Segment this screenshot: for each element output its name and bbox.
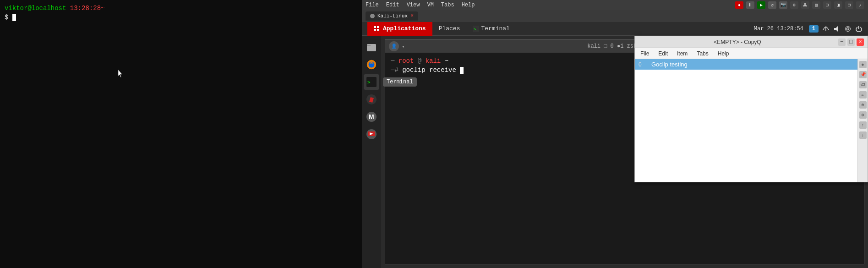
svg-text:>_: >_ — [367, 79, 374, 85]
sidebar-mail[interactable]: M — [364, 109, 379, 125]
vm-icon-3[interactable]: 🖧 — [801, 1, 809, 9]
applications-menu[interactable]: Applications — [367, 22, 432, 36]
kali-top-right: Mar 26 13:28:54 1 — [754, 25, 863, 33]
notification-badge[interactable]: 1 — [809, 25, 819, 33]
copyq-side-icon-6[interactable]: ⊗ — [859, 111, 867, 119]
terminal-command: goclip receive — [402, 66, 456, 74]
presentation-icon — [366, 129, 377, 140]
copyq-sidebar: ◈ 📌 🏷 ✏ ⊕ ⊗ ↑ ↓ — [857, 59, 868, 182]
editor-icon — [366, 94, 377, 105]
svg-marker-6 — [834, 26, 838, 32]
copyq-side-icon-4[interactable]: ✏ — [859, 91, 867, 98]
kali-datetime: Mar 26 13:28:54 — [754, 26, 803, 32]
filemanager-icon — [366, 42, 377, 53]
kali-tab[interactable]: Kali-Linux × — [366, 11, 418, 21]
sidebar-firefox[interactable] — [364, 57, 379, 72]
copyq-side-icon-8[interactable]: ↓ — [859, 131, 867, 139]
vm-icon-5[interactable]: ⊡ — [823, 1, 831, 9]
kali-tab-label: Kali-Linux — [377, 13, 408, 19]
places-label: Places — [439, 25, 460, 32]
kali-topmenu: Applications Places >_ Terminal Mar 26 1… — [362, 22, 868, 36]
sidebar-filemanager[interactable] — [364, 39, 379, 55]
power-icon — [855, 25, 863, 33]
apps-grid-icon — [374, 26, 380, 32]
copyq-side-icon-7[interactable]: ↑ — [859, 121, 867, 129]
vm-snap-btn[interactable]: 📷 — [779, 1, 787, 9]
terminal-sidebar-icon: >_ — [366, 77, 377, 88]
copyq-menu-file[interactable]: File — [639, 50, 651, 57]
kali-sidebar: >_ Terminal M — [362, 36, 381, 268]
vm-menu-tabs[interactable]: Tabs — [441, 2, 454, 8]
copyq-minimize-btn[interactable]: − — [838, 38, 846, 46]
vm-menu-vm[interactable]: VM — [427, 2, 433, 8]
vm-toolbar-icons: ● ⏸ ▶ ↺ 📷 ⚙ 🖧 ▤ ⊡ ◨ ⊞ ↗ — [735, 1, 864, 9]
prompt-hash: ─# — [391, 66, 399, 74]
sidebar-editor[interactable] — [364, 92, 379, 107]
copyq-side-icon-5[interactable]: ⊕ — [859, 101, 867, 109]
terminal-avatar: 👤 — [389, 41, 399, 51]
left-term-prompt: $ — [5, 14, 12, 21]
svg-point-7 — [847, 27, 849, 30]
copyq-window: <EMPTY> - CopyQ − □ × File Edit Item Tab… — [634, 36, 868, 182]
vm-menu-view[interactable]: View — [407, 2, 420, 8]
prompt-deco-left: ─ — [391, 57, 394, 65]
copyq-content: 0 Goclip testing ◈ 📌 🏷 ✏ ⊕ ⊗ ↑ ↓ — [635, 59, 868, 182]
vm-icon-6[interactable]: ◨ — [834, 1, 842, 9]
terminal-dropdown[interactable]: ▾ — [402, 44, 405, 49]
sidebar-presentation[interactable] — [364, 126, 379, 142]
vm-refresh-btn[interactable]: ↺ — [768, 1, 776, 9]
copyq-list-item[interactable]: 0 Goclip testing — [635, 59, 857, 70]
copyq-menu-tabs[interactable]: Tabs — [695, 50, 710, 57]
vm-icon-4[interactable]: ▤ — [812, 1, 820, 9]
vm-menu-edit[interactable]: Edit — [386, 2, 399, 8]
settings-icon — [844, 25, 852, 33]
kali-desktop: Kali-Linux × Applications Places — [362, 10, 868, 268]
firefox-icon — [366, 59, 377, 70]
kali-tabbar: Kali-Linux × — [362, 10, 868, 22]
kali-tab-close[interactable]: × — [410, 13, 414, 19]
svg-rect-10 — [367, 45, 371, 46]
copyq-menubar: File Edit Item Tabs Help — [635, 48, 868, 59]
svg-rect-0 — [374, 26, 376, 28]
vm-menu-help[interactable]: Help — [462, 2, 475, 8]
places-menu[interactable]: Places — [432, 22, 467, 36]
vm-pause-btn[interactable]: ⏸ — [746, 1, 754, 9]
vm-icon-8[interactable]: ↗ — [856, 1, 864, 9]
left-terminal: viktor@localhost 13:28:28~ $ — [0, 0, 362, 268]
desktop-area: >_ Terminal M — [362, 36, 868, 268]
vm-icon-2[interactable]: ⚙ — [790, 1, 798, 9]
prompt-host: kali — [426, 57, 441, 65]
terminal-menu-label: Terminal — [481, 25, 509, 32]
svg-rect-2 — [374, 29, 376, 31]
network-icon — [822, 25, 830, 33]
terminal-tooltip: Terminal — [383, 77, 417, 87]
copyq-menu-item[interactable]: Item — [675, 50, 689, 57]
copyq-side-icon-1[interactable]: ◈ — [859, 61, 867, 68]
prompt-at: @ — [418, 57, 421, 65]
vm-menu-file[interactable]: File — [366, 2, 379, 8]
svg-rect-1 — [377, 26, 379, 28]
left-term-userhost: viktor@localhost — [5, 5, 66, 12]
prompt-user: root — [399, 57, 414, 65]
vm-icon-7[interactable]: ⊞ — [845, 1, 853, 9]
copyq-close-btn[interactable]: × — [857, 38, 864, 46]
svg-text:M: M — [369, 113, 374, 120]
copyq-menu-edit[interactable]: Edit — [656, 50, 670, 57]
terminal-menu[interactable]: >_ Terminal — [466, 22, 516, 36]
copyq-menu-help[interactable]: Help — [716, 50, 731, 57]
prompt-tilde: ~ — [445, 57, 448, 65]
terminal-cursor — [460, 67, 464, 74]
svg-text:>_: >_ — [474, 27, 479, 32]
copyq-list: 0 Goclip testing — [635, 59, 857, 182]
applications-label: Applications — [383, 25, 426, 32]
vm-record-btn[interactable]: ● — [735, 1, 743, 9]
left-term-cursor — [12, 14, 16, 21]
copyq-titlebar: <EMPTY> - CopyQ − □ × — [635, 36, 868, 48]
vm-play-btn[interactable]: ▶ — [757, 1, 765, 9]
sidebar-terminal[interactable]: >_ Terminal — [364, 74, 379, 90]
svg-rect-9 — [367, 44, 376, 51]
copyq-maximize-btn[interactable]: □ — [847, 38, 855, 46]
copyq-side-icon-2[interactable]: 📌 — [859, 71, 867, 78]
copyq-side-icon-3[interactable]: 🏷 — [859, 81, 867, 88]
svg-rect-3 — [377, 29, 379, 31]
